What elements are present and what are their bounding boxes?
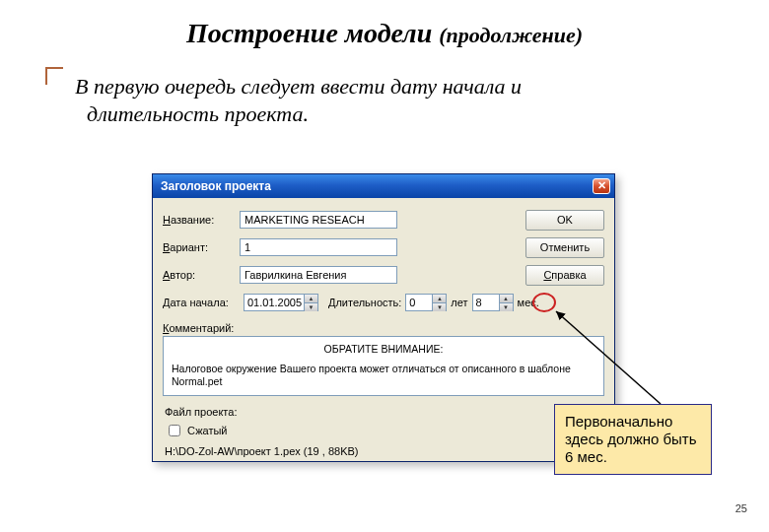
annotation-callout: Первоначально здесь должно быть 6 мес. <box>554 404 712 475</box>
chevron-down-icon[interactable]: ▼ <box>304 303 317 311</box>
intro-line1: В первую очередь следует ввести дату нач… <box>75 74 522 99</box>
chevron-down-icon[interactable]: ▼ <box>499 303 513 311</box>
compressed-checkbox[interactable]: Сжатый <box>165 422 228 439</box>
checkbox-input[interactable] <box>169 425 180 436</box>
label-author: Автор: <box>163 269 240 281</box>
label-comment: Комментарий: <box>163 322 604 334</box>
chevron-up-icon[interactable]: ▲ <box>432 295 446 303</box>
years-value: 0 <box>406 295 432 310</box>
label-variant: Вариант: <box>163 241 240 253</box>
title-main: Построение модели <box>186 18 439 48</box>
title-sub: (продолжение) <box>439 23 583 47</box>
close-icon[interactable]: ✕ <box>593 178 610 194</box>
notice-body: Налоговое окружение Вашего проекта может… <box>172 363 595 389</box>
slide-title: Построение модели (продолжение) <box>0 18 769 49</box>
chevron-up-icon[interactable]: ▲ <box>304 295 317 303</box>
chevron-down-icon[interactable]: ▼ <box>432 303 446 311</box>
years-spinner[interactable]: ▲▼ <box>432 295 446 310</box>
label-name: Название: <box>163 214 240 226</box>
months-field[interactable]: 8 ▲▼ <box>472 294 514 311</box>
help-button[interactable]: Справка <box>525 265 604 286</box>
author-field[interactable]: Гаврилкина Евгения <box>240 266 397 284</box>
years-field[interactable]: 0 ▲▼ <box>405 294 447 311</box>
label-years: лет <box>451 297 467 308</box>
months-spinner[interactable]: ▲▼ <box>499 295 513 310</box>
chevron-up-icon[interactable]: ▲ <box>499 295 513 303</box>
name-field[interactable]: MARKETING RESEACH <box>240 211 397 229</box>
file-path: H:\DO-Zol-AW\проект 1.pex (19 , 88KB) <box>165 445 604 457</box>
intro-text: В первую очередь следует ввести дату нач… <box>75 73 627 127</box>
titlebar: Заголовок проекта ✕ <box>153 174 614 198</box>
label-file: Файл проекта: <box>165 406 604 418</box>
label-months: мес. <box>518 297 539 308</box>
date-spinner[interactable]: ▲▼ <box>304 295 317 310</box>
months-value: 8 <box>473 295 499 310</box>
help-rest: правка <box>551 269 586 281</box>
dialog-title: Заголовок проекта <box>161 179 271 193</box>
intro-line2: длительность проекта. <box>87 100 627 128</box>
cancel-button[interactable]: Отменить <box>525 237 604 258</box>
label-date: Дата начала: <box>163 297 240 308</box>
slide-number: 25 <box>735 502 747 514</box>
label-duration: Длительность: <box>328 297 401 308</box>
date-value: 01.01.2005 <box>245 295 304 310</box>
comment-area[interactable]: ОБРАТИТЕ ВНИМАНИЕ: Налоговое окружение В… <box>163 336 604 396</box>
label-compressed: Сжатый <box>187 425 228 436</box>
ok-button[interactable]: OK <box>525 210 604 231</box>
project-header-dialog: Заголовок проекта ✕ OK Отменить Справка … <box>152 173 615 462</box>
variant-field[interactable]: 1 <box>240 238 397 256</box>
notice-header: ОБРАТИТЕ ВНИМАНИЕ: <box>172 343 595 357</box>
decorative-corner <box>45 67 63 85</box>
date-field[interactable]: 01.01.2005 ▲▼ <box>244 294 318 311</box>
